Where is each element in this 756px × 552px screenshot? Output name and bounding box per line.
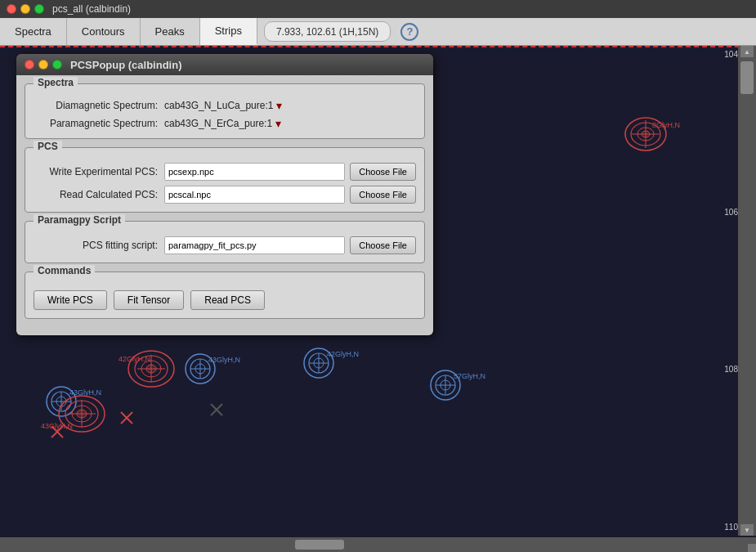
paramagnetic-dropdown[interactable]: cab43G_N_ErCa_pure:1 ▾ bbox=[164, 117, 281, 130]
commands-section: Commands Write PCS Fit Tensor Read PCS bbox=[25, 272, 425, 319]
script-input[interactable] bbox=[164, 236, 345, 254]
tab-contours[interactable]: Contours bbox=[67, 18, 141, 45]
write-pcs-button[interactable]: Write PCS bbox=[34, 290, 107, 310]
pcs-popup-dialog: PCSPopup (calbindin) Spectra Diamagnetic… bbox=[16, 54, 433, 335]
diamagnetic-value: cab43G_N_LuCa_pure:1 bbox=[164, 100, 273, 111]
diamagnetic-row: Diamagnetic Spectrum: cab43G_N_LuCa_pure… bbox=[34, 99, 416, 112]
pcs-legend: PCS bbox=[34, 141, 62, 152]
read-pcs-input[interactable] bbox=[164, 186, 345, 204]
svg-text:8GlyH,N: 8GlyH,N bbox=[652, 121, 680, 129]
popup-content: Spectra Diamagnetic Spectrum: cab43G_N_L… bbox=[16, 75, 433, 335]
scrollbar-vertical[interactable]: ▲ ▼ bbox=[738, 46, 756, 536]
script-row: PCS fitting script: Choose File bbox=[34, 236, 416, 254]
y-label-110: 110 bbox=[709, 523, 738, 532]
choose-file-script[interactable]: Choose File bbox=[350, 236, 416, 254]
minimize-button[interactable] bbox=[20, 4, 30, 14]
commands-legend: Commands bbox=[34, 265, 95, 276]
spectra-legend: Spectra bbox=[34, 77, 78, 88]
peak-blue-57gly: 57GlyH,N bbox=[431, 370, 485, 400]
title-bar: pcs_all (calbindin) bbox=[0, 0, 756, 18]
corner-marker bbox=[748, 544, 756, 552]
write-pcs-label: Write Experimental PCS: bbox=[34, 166, 164, 177]
svg-text:43GlyH,N: 43GlyH,N bbox=[41, 422, 73, 430]
commands-row: Write PCS Fit Tensor Read PCS bbox=[34, 290, 416, 310]
popup-close-button[interactable] bbox=[25, 60, 34, 70]
y-label-104: 104 bbox=[709, 50, 738, 59]
paramagnetic-arrow[interactable]: ▾ bbox=[275, 117, 281, 130]
window-controls bbox=[7, 4, 44, 14]
help-button[interactable]: ? bbox=[400, 23, 418, 41]
tab-bar: Spectra Contours Peaks Strips 7.933, 102… bbox=[0, 18, 756, 46]
write-pcs-input[interactable] bbox=[164, 163, 345, 181]
tab-peaks[interactable]: Peaks bbox=[141, 18, 200, 45]
diamagnetic-dropdown[interactable]: cab43G_N_LuCa_pure:1 ▾ bbox=[164, 99, 282, 112]
read-pcs-label: Read Calculated PCS: bbox=[34, 189, 164, 200]
read-pcs-row: Read Calculated PCS: Choose File bbox=[34, 186, 416, 204]
coordinates-display: 7.933, 102.61 (1H,15N) bbox=[264, 21, 391, 42]
svg-text:57GlyH,N: 57GlyH,N bbox=[454, 372, 485, 380]
popup-title: PCSPopup (calbindin) bbox=[70, 59, 182, 71]
close-button[interactable] bbox=[7, 4, 16, 14]
scrollbar-up-arrow[interactable]: ▲ bbox=[740, 46, 754, 57]
write-pcs-row: Write Experimental PCS: Choose File bbox=[34, 163, 416, 181]
x-mark-3 bbox=[211, 404, 222, 415]
scrollbar-corner bbox=[738, 537, 756, 552]
popup-controls bbox=[25, 60, 62, 70]
paramagnetic-value: cab43G_N_ErCa_pure:1 bbox=[164, 118, 272, 129]
svg-text:42GlyH,N: 42GlyH,N bbox=[327, 350, 359, 358]
spectra-section: Spectra Diamagnetic Spectrum: cab43G_N_L… bbox=[25, 83, 425, 139]
scrollbar-down-arrow[interactable]: ▼ bbox=[740, 524, 754, 536]
diamagnetic-arrow[interactable]: ▾ bbox=[276, 99, 282, 112]
pcs-section: PCS Write Experimental PCS: Choose File … bbox=[25, 147, 425, 213]
paramagpy-legend: Paramagpy Script bbox=[34, 214, 125, 226]
svg-text:43GlyH,N: 43GlyH,N bbox=[208, 356, 240, 364]
diamagnetic-label: Diamagnetic Spectrum: bbox=[34, 100, 164, 111]
tab-strips[interactable]: Strips bbox=[200, 18, 257, 45]
paramagnetic-label: Paramagnetic Spectrum: bbox=[34, 118, 164, 129]
peak-blue-43gly-right: 43GlyH,N bbox=[186, 354, 240, 384]
peak-red-8gly: 8GlyH,N bbox=[625, 118, 680, 150]
choose-file-write-pcs[interactable]: Choose File bbox=[350, 163, 416, 181]
svg-text:42GlyH,N: 42GlyH,N bbox=[119, 355, 150, 363]
window-title: pcs_all (calbindin) bbox=[52, 3, 131, 15]
paramagnetic-row: Paramagnetic Spectrum: cab43G_N_ErCa_pur… bbox=[34, 117, 416, 130]
choose-file-read-pcs[interactable]: Choose File bbox=[350, 186, 416, 204]
paramagpy-section: Paramagpy Script PCS fitting script: Cho… bbox=[25, 221, 425, 263]
peak-blue-43gly-left: 43GlyH,N bbox=[47, 387, 101, 416]
y-axis: 104 106 108 110 bbox=[709, 46, 738, 536]
scrollbar-thumb-h[interactable] bbox=[295, 540, 344, 550]
maximize-button[interactable] bbox=[34, 4, 44, 14]
x-mark-1 bbox=[121, 412, 132, 424]
spectrum-area[interactable]: 8GlyH,N 43GlyH,N 42GlyH,N bbox=[0, 46, 756, 552]
scrollbar-thumb-v[interactable] bbox=[740, 61, 754, 94]
main-area: 8GlyH,N 43GlyH,N 42GlyH,N bbox=[0, 46, 756, 552]
popup-min-button[interactable] bbox=[38, 60, 48, 70]
popup-max-button[interactable] bbox=[52, 60, 62, 70]
y-label-108: 108 bbox=[709, 365, 738, 374]
popup-titlebar: PCSPopup (calbindin) bbox=[16, 54, 433, 75]
tab-spectra[interactable]: Spectra bbox=[0, 18, 67, 45]
fit-tensor-button[interactable]: Fit Tensor bbox=[114, 290, 184, 310]
y-label-106: 106 bbox=[709, 208, 738, 217]
read-pcs-button[interactable]: Read PCS bbox=[190, 290, 265, 310]
script-label: PCS fitting script: bbox=[34, 240, 164, 251]
scrollbar-horizontal[interactable] bbox=[0, 537, 738, 552]
svg-text:43GlyH,N: 43GlyH,N bbox=[69, 388, 101, 397]
peak-red-43gly-left: 43GlyH,N bbox=[41, 396, 105, 432]
peak-red-42gly: 42GlyH,N bbox=[119, 351, 174, 387]
peak-blue-42gly: 42GlyH,N bbox=[304, 348, 359, 378]
